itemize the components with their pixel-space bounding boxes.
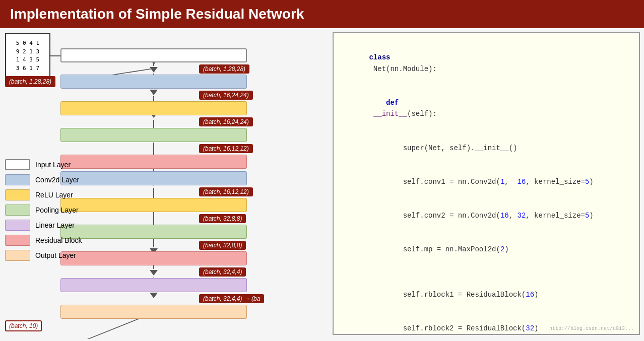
legend-output: Output Layer (5, 250, 121, 261)
watermark: http://blog.csdn.net/u013... (549, 326, 634, 331)
layer-relu1 (60, 101, 247, 115)
svg-marker-21 (150, 270, 158, 276)
code-panel: class Net(nn.Module): def __init__(self)… (333, 32, 640, 335)
shape-5: (batch, 16,12,12) (199, 187, 253, 196)
shape-6: (batch, 32,8,8) (199, 214, 246, 223)
code-line-7 (344, 266, 629, 278)
code-line-4: self.conv1 = nn.Conv2d(1, 16, kernel_siz… (344, 165, 629, 198)
shape-1: (batch, 1,28,28) (199, 64, 249, 74)
diagram-area: 5 0 4 1 9 2 1 3 1 4 3 5 3 6 1 7 (batch, … (0, 28, 333, 339)
main-content: 5 0 4 1 9 2 1 3 1 4 3 5 3 6 1 7 (batch, … (0, 28, 644, 339)
legend-linear-label: Linear Layer (35, 221, 75, 229)
legend-linear: Linear Layer (5, 220, 121, 231)
svg-marker-22 (150, 293, 158, 298)
code-line-5: self.conv2 = nn.Conv2d(16, 32, kernel_si… (344, 198, 629, 232)
legend-input-label: Input Layer (35, 161, 71, 169)
code-line-8: self.rblock1 = ResidualBlock(16) (344, 278, 629, 311)
input-image: 5 0 4 1 9 2 1 3 1 4 3 5 3 6 1 7 (5, 33, 50, 79)
batch-label-tl: (batch, 1,28,28) (5, 76, 55, 87)
shape-4: (batch, 16,12,12) (199, 144, 253, 153)
svg-marker-12 (150, 67, 158, 73)
code-line-1: class Net(nn.Module): (344, 41, 629, 86)
legend-residual-label: Residual Block (35, 236, 82, 244)
code-line-6: self.mp = nn.MaxPool2d(2) (344, 233, 629, 266)
legend-input: Input Layer (5, 159, 121, 170)
legend-relu-label: ReLU Layer (35, 191, 73, 199)
layer-pool1 (60, 128, 247, 142)
layer-conv1 (60, 75, 247, 89)
legend-conv-label: Conv2d Layer (35, 176, 79, 184)
shape-9: (batch, 32,4,4) → (ba (199, 294, 264, 303)
legend-pool-label: Pooling Layer (35, 206, 79, 214)
legend-output-label: Output Layer (35, 251, 76, 259)
legend-pool: Pooling Layer (5, 204, 121, 216)
layer-input (60, 48, 247, 62)
page-title: Implementation of Simple Residual Networ… (0, 0, 644, 28)
svg-marker-13 (150, 90, 158, 95)
shape-2: (batch, 16,24,24) (199, 91, 253, 100)
legend-relu: ReLU Layer (5, 189, 121, 200)
shape-3: (batch, 16,24,24) (199, 117, 253, 126)
code-line-2: def __init__(self): (344, 86, 629, 131)
code-line-3: super(Net, self).__init__() (344, 131, 629, 165)
legend: Input Layer Conv2d Layer ReLU Layer Pool… (5, 159, 121, 334)
code-line-9: self.rblock2 = ResidualBlock(32) (344, 311, 629, 335)
legend-conv: Conv2d Layer (5, 174, 121, 185)
shape-7: (batch, 32,8,8) (199, 241, 246, 250)
shape-8: (batch, 32,4,4) (199, 267, 246, 277)
legend-residual: Residual Block (5, 235, 121, 246)
